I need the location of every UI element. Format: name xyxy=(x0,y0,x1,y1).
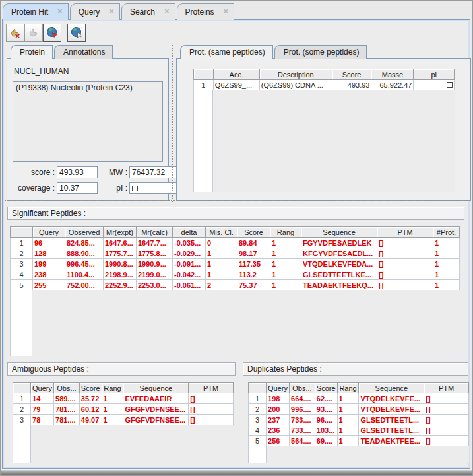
tab-annotations[interactable]: Annotations xyxy=(54,45,113,59)
cell: 1 xyxy=(270,280,301,290)
column-header[interactable]: Obs... xyxy=(54,383,80,393)
table-row[interactable]: 114589....35.721EVFEDAAEIR[] xyxy=(13,393,234,404)
column-header[interactable]: Acc. xyxy=(213,69,259,80)
column-header[interactable]: Mis. Cl. xyxy=(206,227,237,238)
table-row[interactable]: 2128888.90...1775.7...1775.8...-0.029...… xyxy=(11,248,460,259)
table-row[interactable]: 5255752.00...2252.9...2253.0...-0.061...… xyxy=(11,280,460,290)
tab-protein-hit[interactable]: Protein Hit × xyxy=(3,3,69,20)
column-header[interactable]: PTM xyxy=(424,383,469,393)
cell: 1 xyxy=(433,238,460,248)
table-row[interactable]: 1198664....62....1VTQDELKEVFE...[] xyxy=(249,393,469,404)
column-header[interactable]: Sequence xyxy=(359,383,424,393)
table-row[interactable]: 2200996....93....1VTQDELKEVFE...[] xyxy=(249,404,469,415)
significant-peptides-scrollpane[interactable]: QueryObservedMr(expt)Mr(calc)deltaMis. C… xyxy=(10,226,460,356)
cell: KFGYVDFESAEDL... xyxy=(301,248,377,259)
column-header[interactable]: Observed xyxy=(65,227,104,238)
column-header[interactable] xyxy=(194,69,214,80)
ambiguous-peptides-panel: Ambiguous Peptides : QueryObs...ScoreRan… xyxy=(6,360,237,466)
table-row[interactable]: 5256564....69....1TEADAEKTFEE...[] xyxy=(249,436,469,446)
column-header[interactable]: Query xyxy=(31,383,54,393)
ambiguous-peptides-scrollpane[interactable]: QueryObs...ScoreRangSequencePTM114589...… xyxy=(13,382,234,463)
tab-label: Protein xyxy=(20,48,45,57)
delete-hit-button[interactable]: × xyxy=(6,24,24,42)
matched-proteins-tabs: Prot. (same peptides) Prot. (some peptid… xyxy=(176,45,471,59)
column-header[interactable]: Score xyxy=(332,69,371,80)
column-header[interactable] xyxy=(13,383,31,393)
mw-field[interactable] xyxy=(129,166,177,178)
mw-label: MW : xyxy=(100,168,127,177)
close-tab-icon[interactable]: × xyxy=(57,7,63,16)
table-row[interactable]: 42381100.4...2198.9...2199.0...-0.042...… xyxy=(11,269,460,280)
tab-search[interactable]: Search × xyxy=(121,3,175,20)
proteins-table-scrollpane[interactable]: Acc.DescriptionScoreMassepi1Q6ZS99_...(Q… xyxy=(193,69,455,192)
duplicates-peptides-scrollpane[interactable]: QueryObs...ScoreRangSequencePTM1198664..… xyxy=(248,382,469,463)
cell: [] xyxy=(377,238,433,248)
hand-disabled-icon xyxy=(28,27,40,39)
significant-peptides-table[interactable]: QueryObservedMr(expt)Mr(calc)deltaMis. C… xyxy=(10,226,460,290)
column-header[interactable] xyxy=(249,383,267,393)
duplicates-peptides-table[interactable]: QueryObs...ScoreRangSequencePTM1198664..… xyxy=(248,382,469,446)
cell: 2199.0... xyxy=(137,269,173,280)
tab-prot-some-peptides[interactable]: Prot. (some peptides) xyxy=(274,45,367,59)
ambiguous-peptides-table[interactable]: QueryObs...ScoreRangSequencePTM114589...… xyxy=(13,382,234,425)
cell: 96.... xyxy=(315,415,337,425)
close-tab-icon[interactable]: × xyxy=(224,7,229,16)
pi-checkbox[interactable] xyxy=(132,186,138,191)
column-header[interactable] xyxy=(11,227,33,238)
column-header[interactable]: #Prot. xyxy=(433,227,460,238)
table-row[interactable]: 196824.85...1647.6...1647.7...-0.035...0… xyxy=(11,238,460,248)
score-field[interactable] xyxy=(57,166,98,178)
pi-checkbox[interactable] xyxy=(447,82,453,88)
coverage-field[interactable] xyxy=(57,182,98,194)
table-row[interactable]: 4236733....103...1GLSEDTTEETL...[] xyxy=(249,425,469,436)
table-row[interactable]: 279781....60.121GFGFVDFNSEE...[] xyxy=(13,404,234,415)
table-row[interactable]: 1Q6ZS99_...(Q6ZS99) CDNA ...493.9365,922… xyxy=(194,80,455,90)
column-header[interactable]: Rang xyxy=(102,383,123,393)
web-link-button[interactable] xyxy=(43,24,61,42)
close-tab-icon[interactable]: × xyxy=(109,7,114,16)
column-header[interactable]: pi xyxy=(414,69,455,80)
cell: 564.... xyxy=(290,436,315,446)
column-header[interactable]: Query xyxy=(267,383,290,393)
column-header[interactable]: Sequence xyxy=(123,383,189,393)
cell: 1647.6... xyxy=(104,238,137,248)
protein-description-box[interactable]: (P19338) Nucleolin (Protein C23) xyxy=(13,81,163,162)
column-header[interactable]: Mr(calc) xyxy=(137,227,173,238)
column-header[interactable]: Masse xyxy=(371,69,414,80)
protein-accession-label: NUCL_HUMAN xyxy=(14,67,69,76)
tab-prot-same-peptides[interactable]: Prot. (same peptides) xyxy=(180,45,273,59)
cell: 664.... xyxy=(290,393,315,404)
column-header[interactable]: Score xyxy=(79,383,102,393)
column-header[interactable]: Rang xyxy=(337,383,359,393)
pi-field[interactable] xyxy=(129,182,177,194)
column-header[interactable]: Mr(expt) xyxy=(104,227,137,238)
column-header[interactable]: Query xyxy=(33,227,65,238)
tab-query[interactable]: Query × xyxy=(70,3,120,20)
tab-protein[interactable]: Protein xyxy=(11,45,53,59)
close-tab-icon[interactable]: × xyxy=(164,7,170,16)
table-row[interactable]: 3237733....96....1GLSEDTTEETL...[] xyxy=(249,415,469,425)
table-row[interactable]: 378781....49.071GFGFVDFNSEE...[] xyxy=(13,415,234,425)
column-header[interactable]: Obs... xyxy=(290,383,315,393)
web-search-button[interactable] xyxy=(67,24,86,42)
cell: 256 xyxy=(267,436,290,446)
vertical-splitter[interactable] xyxy=(172,45,173,202)
column-header[interactable]: Score xyxy=(237,227,270,238)
cell: [] xyxy=(189,393,234,404)
column-header[interactable]: Rang xyxy=(270,227,301,238)
column-header[interactable]: delta xyxy=(173,227,206,238)
cell: 1 xyxy=(337,404,359,415)
column-header[interactable]: Score xyxy=(315,383,337,393)
column-header[interactable]: Sequence xyxy=(301,227,377,238)
cell: GLSEDTTEETL... xyxy=(359,415,424,425)
column-header[interactable]: Description xyxy=(259,69,332,80)
proteins-table[interactable]: Acc.DescriptionScoreMassepi1Q6ZS99_...(Q… xyxy=(193,69,455,90)
column-header[interactable]: PTM xyxy=(377,227,433,238)
application-window: Protein Hit × Query × Search × Proteins … xyxy=(0,0,473,476)
horizontal-splitter[interactable] xyxy=(5,200,468,201)
tab-proteins[interactable]: Proteins × xyxy=(177,3,235,20)
cell: 1 xyxy=(433,248,460,259)
column-header[interactable]: PTM xyxy=(189,383,234,393)
cell: 69.... xyxy=(315,436,337,446)
table-row[interactable]: 3199996.45...1990.8...1990.9...-0.091...… xyxy=(11,259,460,269)
